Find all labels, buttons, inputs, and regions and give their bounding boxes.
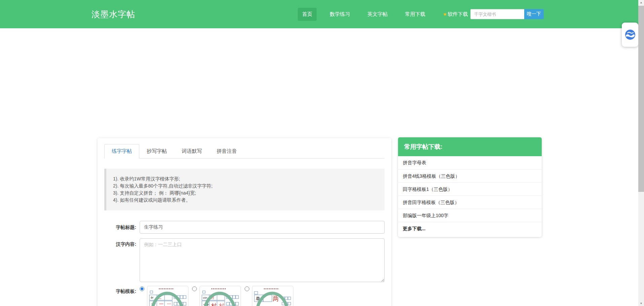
svg-text:二: 二: [166, 303, 172, 306]
scroll-down-arrow-icon[interactable]: ▼: [638, 301, 644, 306]
svg-text:èr: èr: [151, 296, 153, 299]
download-link-tianzige-template1[interactable]: 田字格模板1（三色版）: [398, 182, 542, 196]
hanzi-content-textarea[interactable]: [140, 238, 385, 282]
nav-item-software-download[interactable]: ★软件下载: [438, 8, 472, 21]
nav-item-home[interactable]: 首页: [298, 8, 317, 21]
copybook-generator-panel: 练字字帖 抄写字帖 词语默写 拼音注音 1). 收录约1W常用汉字楷体字形; 2…: [98, 138, 391, 306]
svg-text:村: 村: [211, 303, 217, 306]
more-downloads-link[interactable]: 更多下载...: [398, 222, 542, 235]
download-link-grade1-100chars[interactable]: 部编版一年级上100字: [398, 209, 542, 222]
navbar-search: 嗖一下: [470, 9, 544, 19]
template-options: èr 二 二 二 二: [140, 286, 297, 306]
note-line: 2). 每次输入最多80个字符,自动过滤非汉字字符;: [113, 182, 378, 190]
nav-item-english-copybook[interactable]: 英文字帖: [363, 8, 392, 21]
page-scrollbar[interactable]: ▲ ▼: [638, 0, 644, 306]
tab-transcribe-copybook[interactable]: 抄写字帖: [139, 144, 174, 159]
downloads-header: 常用字帖下载:: [398, 137, 542, 156]
copybook-title-label: 字帖标题:: [104, 221, 136, 234]
tab-bar: 练字字帖 抄写字帖 词语默写 拼音注音: [104, 144, 385, 159]
note-line: 3). 支持自定义拼音； 例： 两哪{na4}宽;: [113, 190, 378, 197]
usage-notes: 1). 收录约1W常用汉字楷体字形; 2). 每次输入最多80个字符,自动过滤非…: [104, 169, 385, 210]
floating-extension-widget[interactable]: [622, 23, 638, 47]
tab-practice-copybook[interactable]: 练字字帖: [104, 144, 139, 159]
tab-pinyin-annotation[interactable]: 拼音注音: [209, 144, 244, 159]
nav-item-label: 常用下载: [405, 11, 425, 18]
search-input[interactable]: [470, 9, 524, 19]
svg-text:村: 村: [219, 303, 224, 306]
template-choice-row: 字帖模板:: [104, 286, 385, 306]
copybook-preview-image: cūn 村 村 村 村: [201, 287, 239, 306]
nav-item-common-downloads[interactable]: 常用下载: [401, 8, 430, 21]
template-radio-3[interactable]: [245, 286, 249, 291]
copybook-title-row: 字帖标题:: [104, 221, 385, 234]
common-downloads-card: 常用字帖下载: 拼音字母表 拼音4线3格模板（三色版） 田字格模板1（三色版） …: [398, 137, 542, 237]
template-label: 字帖模板:: [104, 286, 136, 306]
nav-item-math-practice[interactable]: 数学练习: [325, 8, 354, 21]
scroll-up-arrow-icon[interactable]: ▲: [638, 0, 644, 5]
water-logo-icon: [624, 29, 636, 40]
page: 淡墨水字帖 首页 数学练习 英文字帖 常用下载 ★软件下载 关于我 嗖一下 练字…: [0, 0, 644, 306]
nav-item-label: 首页: [302, 11, 312, 18]
tab-word-dictation[interactable]: 词语默写: [174, 144, 209, 159]
top-navbar: 淡墨水字帖 首页 数学练习 英文字帖 常用下载 ★软件下载 关于我 嗖一下: [0, 0, 644, 28]
template-radio-2[interactable]: [192, 286, 197, 291]
nav-item-label: 数学练习: [330, 11, 350, 18]
hanzi-content-label: 汉字内容:: [104, 238, 136, 282]
template-radio-1[interactable]: [140, 286, 144, 291]
download-link-pinyin-tianzige[interactable]: 拼音田字格模板（三色版）: [398, 196, 542, 209]
download-link-pinyin-alphabet[interactable]: 拼音字母表: [398, 156, 542, 169]
note-line: 1). 收录约1W常用汉字楷体字形;: [113, 175, 378, 182]
template-thumbnail-2[interactable]: cūn 村 村 村 村: [200, 286, 241, 306]
copybook-title-input[interactable]: [140, 221, 385, 234]
scrollbar-thumb[interactable]: [638, 6, 644, 192]
hanzi-content-row: 汉字内容:: [104, 238, 385, 282]
svg-text:二: 二: [158, 303, 164, 306]
note-line: 4). 如有任何建议或问题请联系作者。: [113, 197, 378, 204]
template-thumbnail-3[interactable]: 单 两 丶 亠 冂 刃 刃 nǎ: [252, 286, 293, 306]
nav-item-label: 英文字帖: [367, 11, 388, 18]
copybook-preview-image: èr 二 二 二 二: [149, 287, 187, 306]
copybook-preview-image: 单 两 丶 亠 冂 刃 刃 nǎ: [254, 287, 292, 306]
star-icon: ★: [443, 11, 447, 17]
search-button[interactable]: 嗖一下: [524, 9, 544, 19]
site-brand[interactable]: 淡墨水字帖: [92, 0, 135, 28]
nav-item-label: 软件下载: [448, 11, 468, 18]
svg-text:cūn: cūn: [203, 296, 207, 299]
download-link-pinyin-4line3grid[interactable]: 拼音4线3格模板（三色版）: [398, 169, 542, 182]
template-thumbnail-1[interactable]: èr 二 二 二 二: [147, 286, 188, 306]
